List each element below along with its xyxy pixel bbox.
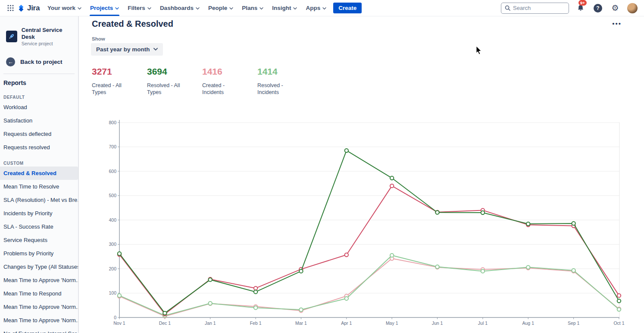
search-icon [505, 5, 510, 11]
data-point [390, 254, 394, 257]
stat-label: Resolved - Incidents [257, 82, 300, 96]
sidebar-report-item[interactable]: Workload [0, 101, 78, 114]
project-header[interactable]: Central Service Desk Service project [0, 27, 78, 46]
data-point [345, 253, 348, 257]
data-point [435, 210, 439, 214]
data-point [345, 297, 348, 300]
avatar [627, 3, 638, 13]
sidebar-report-item[interactable]: Changes by Type (All Statuses) [0, 260, 78, 273]
report-section-title: CUSTOM [0, 154, 78, 166]
nav-item-label: Your work [47, 5, 75, 11]
create-button[interactable]: Create [333, 3, 362, 13]
nav-item-label: Insight [272, 5, 291, 11]
sidebar-report-item[interactable]: Incidents by Priority [0, 207, 78, 220]
sidebar-report-item[interactable]: SLA - Success Rate [0, 220, 78, 233]
profile-button[interactable] [627, 3, 638, 14]
data-point [572, 222, 575, 225]
nav-item[interactable]: Projects [86, 0, 123, 16]
data-point [572, 269, 575, 272]
back-to-project[interactable]: ← Back to project [6, 57, 75, 66]
svg-text:Mar 1: Mar 1 [295, 320, 307, 326]
settings-button[interactable]: ⚙ [610, 3, 621, 14]
stat-value: 3694 [147, 66, 190, 77]
stat-value: 1414 [257, 66, 300, 77]
sidebar-report-item[interactable]: No of External vs Internal Ser... [0, 327, 78, 333]
svg-text:200: 200 [109, 266, 116, 271]
data-point [435, 265, 439, 268]
chart-svg: 0100200300400500600700800Nov 1Dec 1Jan 1… [103, 117, 629, 331]
svg-text:Dec 1: Dec 1 [159, 320, 171, 326]
jira-logo[interactable]: Jira [16, 4, 43, 13]
help-icon: ? [594, 4, 602, 13]
sidebar-report-item[interactable]: Problems by Priority [0, 247, 78, 260]
svg-text:Aug 1: Aug 1 [522, 320, 535, 326]
sidebar-report-item[interactable]: Service Requests [0, 233, 78, 247]
search-box[interactable] [501, 3, 569, 14]
search-input[interactable] [513, 5, 560, 11]
project-name: Central Service Desk [22, 27, 75, 40]
svg-text:400: 400 [109, 217, 116, 223]
report-sections: DEFAULT WorkloadSatisfactionRequests def… [0, 88, 78, 333]
show-label: Show [92, 36, 105, 41]
app-switcher-icon[interactable] [4, 2, 16, 14]
primary-nav: Your work Projects Filters Dashboards Pe… [43, 0, 331, 16]
data-point [254, 286, 257, 290]
data-point [118, 294, 121, 297]
chevron-down-icon [259, 7, 263, 10]
sidebar-report-item[interactable]: Mean Time to Resolve [0, 180, 78, 193]
nav-item[interactable]: Your work [43, 0, 86, 16]
data-point [299, 308, 303, 311]
project-type: Service project [22, 41, 75, 46]
nav-item[interactable]: Insight [268, 0, 301, 16]
sidebar-report-item[interactable]: Mean Time to Approve 'Norm... [0, 273, 78, 287]
report-section-title: DEFAULT [0, 88, 78, 101]
jira-logo-icon [17, 4, 25, 12]
stat-value: 3271 [92, 66, 135, 77]
nav-item[interactable]: Plans [238, 0, 268, 16]
svg-text:Jan 1: Jan 1 [205, 320, 216, 326]
sidebar-report-item[interactable]: Created & Resolved [0, 166, 78, 180]
data-point [617, 299, 621, 302]
sidebar-report-item[interactable]: Mean Time to Approve 'Norm... [0, 314, 78, 327]
svg-text:Sep 1: Sep 1 [568, 320, 580, 326]
top-navigation: Jira Your work Projects Filters Dashboar… [0, 0, 644, 16]
data-point [390, 176, 394, 180]
nav-item[interactable]: Apps [301, 0, 331, 16]
stat-block: 3694 Resolved - All Types [147, 66, 190, 96]
sidebar-report-item[interactable]: Requests resolved [0, 141, 78, 154]
svg-text:0: 0 [114, 315, 116, 320]
series-line [119, 186, 619, 314]
stat-label: Created - Incidents [202, 82, 245, 96]
report-section: DEFAULT WorkloadSatisfactionRequests def… [0, 88, 78, 154]
more-options-button[interactable]: ••• [610, 18, 623, 29]
series-line [119, 255, 619, 316]
sidebar-report-item[interactable]: Requests deflected [0, 127, 78, 141]
stat-block: 1416 Created - Incidents [202, 66, 245, 96]
back-to-project-label: Back to project [20, 59, 63, 65]
nav-item[interactable]: Dashboards [156, 0, 204, 16]
data-point [345, 149, 348, 152]
svg-text:500: 500 [109, 193, 116, 198]
sidebar-report-item[interactable]: Mean Time to Respond [0, 287, 78, 300]
stats-row: 3271 Created - All Types 3694 Resolved -… [92, 66, 313, 96]
gear-icon: ⚙ [611, 4, 619, 12]
data-point [209, 278, 212, 281]
nav-item[interactable]: People [204, 0, 238, 16]
nav-item[interactable]: Filters [123, 0, 156, 16]
nav-item-label: Plans [242, 5, 257, 11]
notifications-button[interactable]: 9+ [575, 3, 586, 14]
sidebar-report-item[interactable]: Satisfaction [0, 114, 78, 127]
nav-item-label: Filters [128, 5, 145, 11]
sidebar-report-item[interactable]: Mean Time to Approve 'Norm... [0, 300, 78, 314]
nav-item-label: Projects [90, 5, 113, 11]
chevron-down-icon [153, 48, 158, 51]
svg-text:Apr 1: Apr 1 [341, 320, 352, 326]
period-selector[interactable]: Past year by month [91, 43, 163, 56]
data-point [526, 222, 530, 226]
sidebar-report-item[interactable]: SLA (Resolution) - Met vs Bre... [0, 193, 78, 207]
help-button[interactable]: ? [592, 3, 603, 14]
mouse-cursor [476, 46, 482, 55]
report-section: CUSTOM Created & ResolvedMean Time to Re… [0, 154, 78, 333]
report-section-items: Created & ResolvedMean Time to ResolveSL… [0, 166, 78, 333]
data-point [526, 265, 530, 269]
